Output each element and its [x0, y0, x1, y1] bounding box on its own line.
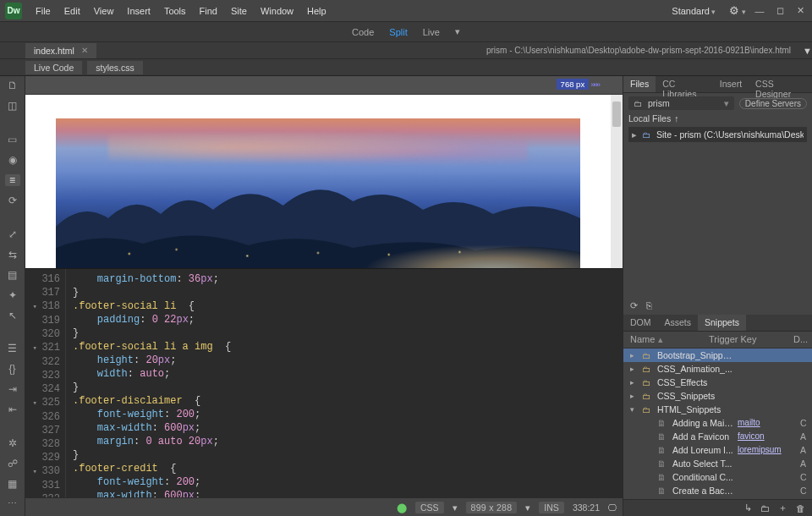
- preview-scrollbar[interactable]: [611, 95, 623, 268]
- snippet-item[interactable]: 🗎Add Loreum I...loremipsumA: [623, 443, 812, 457]
- live-preview-pane[interactable]: [25, 95, 623, 269]
- live-options-dropdown[interactable]: ▾: [455, 26, 460, 37]
- document-tabs-row: index.html ✕ prism - C:\Users\nishkuma\D…: [0, 42, 812, 59]
- snippets-footer: ↳ 🗀 ＋ 🗑: [623, 499, 812, 516]
- menu-help[interactable]: Help: [300, 3, 333, 19]
- snippet-folder[interactable]: ▾🗀HTML_Snippets: [623, 403, 812, 416]
- app-logo: Dw: [5, 3, 22, 19]
- insert-snippet-icon[interactable]: ↳: [744, 502, 752, 513]
- toggle-panels-icon[interactable]: ≡: [5, 174, 20, 186]
- snippet-icon[interactable]: ✲: [5, 437, 20, 449]
- chevron-icon: ▾: [630, 405, 639, 414]
- snippet-folder[interactable]: ▸🗀CSS_Animation_...: [623, 362, 812, 376]
- snippet-item[interactable]: 🗎Conditional C...C: [623, 470, 812, 484]
- view-mode-code[interactable]: Code: [352, 27, 374, 37]
- menu-find[interactable]: Find: [193, 3, 224, 19]
- workspace-switcher[interactable]: Standard: [665, 3, 722, 19]
- menu-view[interactable]: View: [87, 3, 121, 19]
- app-menubar: Dw FileEditViewInsertToolsFindSiteWindow…: [0, 0, 812, 22]
- viewport-dimensions[interactable]: 899 x 288: [466, 502, 518, 513]
- left-toolbar: 🗋 ◫ ▭ ◉ ≡ ⟳ ⤢ ⇆ ▤ ✦ ↖ ☰ {} ⇥ ⇤ ✲ ☍ ▦ ⋯: [0, 76, 25, 516]
- maximize-button[interactable]: ◻: [773, 5, 787, 17]
- panel-tab-assets[interactable]: Assets: [658, 315, 699, 331]
- outdent-icon[interactable]: ⇤: [5, 403, 20, 415]
- close-button[interactable]: ✕: [793, 5, 807, 17]
- delete-snippet-icon[interactable]: 🗑: [796, 503, 805, 513]
- viewport-width-value: 768: [561, 80, 574, 89]
- snippet-item[interactable]: 🗎Create a Back...C: [623, 484, 812, 497]
- site-selector[interactable]: 🗀 prism ▾: [628, 96, 734, 110]
- file-icon: 🗎: [657, 445, 669, 455]
- related-files-filter-icon[interactable]: ▼: [803, 46, 812, 56]
- menu-file[interactable]: File: [29, 3, 58, 19]
- file-mgmt-icon[interactable]: 🗋: [5, 80, 20, 91]
- snippet-item[interactable]: 🗎Auto Select T...A: [623, 457, 812, 470]
- chevron-down-icon: ▾: [724, 98, 729, 108]
- panel-tab-files[interactable]: Files: [623, 76, 656, 92]
- menu-insert[interactable]: Insert: [120, 3, 157, 19]
- document-tab[interactable]: index.html ✕: [25, 43, 96, 58]
- panel-tab-cc-libraries[interactable]: CC Libraries: [656, 76, 713, 92]
- related-file-tab[interactable]: Live Code: [25, 61, 82, 74]
- format-icon[interactable]: ▤: [5, 269, 20, 281]
- live-view-icon[interactable]: ◉: [5, 154, 20, 166]
- link-icon[interactable]: ☍: [5, 458, 20, 469]
- close-tab-icon[interactable]: ✕: [81, 46, 88, 55]
- sort-asc-icon[interactable]: ↑: [674, 113, 678, 124]
- snippet-folder[interactable]: ▸🗀CSS_Snippets: [623, 389, 812, 403]
- pointer-icon[interactable]: ↖: [5, 310, 20, 321]
- sync-settings-icon[interactable]: ⚙: [729, 4, 746, 17]
- inspect-icon[interactable]: ▭: [5, 134, 20, 145]
- refresh-icon[interactable]: ⟳: [5, 195, 20, 206]
- snippet-folder[interactable]: ▸🗀Bootstrap_Snippets: [623, 349, 812, 362]
- media-query-bar[interactable]: 768 px»»»: [25, 76, 623, 95]
- snippet-desc: A: [800, 458, 812, 469]
- snippet-desc: C: [800, 418, 812, 428]
- split-view-icon[interactable]: ◫: [5, 100, 20, 112]
- snippet-item[interactable]: 🗎Add a FaviconfaviconA: [623, 430, 812, 443]
- menu-tools[interactable]: Tools: [157, 3, 193, 19]
- define-servers-button[interactable]: Define Servers: [739, 98, 807, 109]
- snippet-item[interactable]: 🗎Adding a Mailt...mailtoC: [623, 416, 812, 430]
- snippets-col-name[interactable]: Name: [630, 334, 655, 344]
- collapse-icon[interactable]: ⇆: [5, 249, 20, 261]
- panel-tab-dom[interactable]: DOM: [623, 315, 658, 331]
- view-mode-live[interactable]: Live: [423, 27, 440, 37]
- preview-browser-icon[interactable]: 🖵: [608, 502, 617, 513]
- refresh-icon[interactable]: ⟳: [630, 300, 638, 311]
- snippet-folder[interactable]: ▸🗀CSS_Effects: [623, 376, 812, 389]
- expand-all-icon[interactable]: ⤢: [5, 228, 20, 240]
- related-file-tab[interactable]: styles.css: [87, 61, 143, 74]
- comment-icon[interactable]: ☰: [5, 343, 20, 354]
- menu-edit[interactable]: Edit: [58, 3, 87, 19]
- file-icon: 🗎: [657, 472, 669, 482]
- language-mode[interactable]: CSS: [415, 502, 444, 513]
- new-snippet-icon[interactable]: ＋: [778, 502, 787, 514]
- snippets-panel-tabs: DOMAssetsSnippets: [623, 315, 812, 332]
- panel-tab-insert[interactable]: Insert: [713, 76, 749, 92]
- lang-dropdown-icon[interactable]: ▾: [453, 502, 458, 513]
- color-icon[interactable]: ▦: [5, 478, 20, 490]
- panel-tab-css-designer[interactable]: CSS Designer: [749, 76, 812, 92]
- wand-icon[interactable]: ✦: [5, 289, 20, 301]
- file-tree[interactable]: ▸ 🗀 Site - prism (C:\Users\nishkuma\Desk…: [628, 127, 807, 142]
- chevron-icon: ▸: [630, 351, 639, 360]
- cursor-position: 338:21: [573, 502, 600, 513]
- snippets-col-trigger[interactable]: Trigger Key: [709, 334, 768, 345]
- code-editor[interactable]: 3163173183193203213223233243253263273283…: [25, 269, 623, 497]
- menu-site[interactable]: Site: [224, 3, 254, 19]
- new-folder-icon[interactable]: 🗀: [760, 503, 770, 513]
- more-tools-icon[interactable]: ⋯: [8, 498, 17, 509]
- snippets-col-desc[interactable]: D...: [793, 334, 805, 345]
- snippets-list[interactable]: ▸🗀Bootstrap_Snippets▸🗀CSS_Animation_...▸…: [623, 349, 812, 500]
- brackets-icon[interactable]: {}: [5, 363, 20, 375]
- dims-dropdown-icon[interactable]: ▾: [525, 502, 530, 513]
- panel-tab-snippets[interactable]: Snippets: [698, 315, 746, 331]
- link-icon[interactable]: ⎘: [646, 300, 652, 311]
- menu-window[interactable]: Window: [254, 3, 300, 19]
- minimize-button[interactable]: —: [753, 5, 766, 17]
- indent-icon[interactable]: ⇥: [5, 383, 20, 395]
- insert-mode[interactable]: INS: [539, 502, 564, 513]
- file-tree-root[interactable]: ▸ 🗀 Site - prism (C:\Users\nishkuma\Desk…: [632, 129, 804, 140]
- view-mode-split[interactable]: Split: [389, 27, 407, 37]
